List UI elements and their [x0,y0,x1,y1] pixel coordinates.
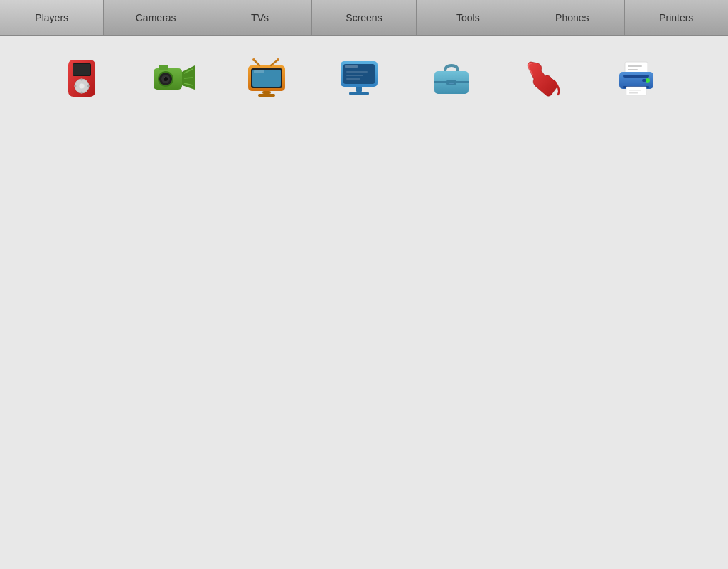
icons-area [0,36,728,121]
camera-icon [153,57,196,100]
nav-item-tvs[interactable]: TVs [208,0,312,35]
svg-point-4 [79,83,85,89]
svg-point-6 [81,92,83,94]
svg-rect-51 [629,90,641,91]
printer-icon [615,57,658,100]
svg-point-7 [75,85,77,87]
svg-rect-23 [254,70,264,73]
nav-item-phones[interactable]: Phones [520,0,624,35]
player-icon-item[interactable] [36,50,128,107]
svg-rect-42 [625,62,648,73]
svg-point-8 [87,85,90,87]
svg-rect-28 [262,91,271,94]
tools-icon-item[interactable] [405,50,498,107]
svg-rect-52 [629,92,638,94]
content-area [0,121,728,569]
svg-point-25 [252,58,255,61]
screen-icon [338,57,380,100]
player-icon [60,57,103,100]
svg-rect-34 [346,75,363,76]
svg-point-27 [277,58,279,61]
svg-rect-50 [626,87,646,95]
nav-label-tvs: TVs [251,12,269,23]
phone-icon [523,57,565,100]
svg-rect-37 [349,92,369,95]
camera-icon-item[interactable] [128,50,220,107]
nav-item-players[interactable]: Players [0,0,104,35]
svg-rect-46 [623,75,649,78]
printer-icon-item[interactable] [590,50,682,107]
nav-label-printers: Printers [659,12,693,23]
svg-rect-41 [434,81,469,83]
screen-icon-item[interactable] [313,50,405,107]
nav-label-players: Players [35,12,68,23]
phone-icon-item[interactable] [498,50,590,107]
nav-item-screens[interactable]: Screens [312,0,416,35]
svg-rect-29 [258,94,275,97]
tools-icon [430,57,473,100]
nav-item-tools[interactable]: Tools [417,0,520,35]
svg-line-18 [184,78,193,78]
nav-item-cameras[interactable]: Cameras [104,0,208,35]
nav-item-printers[interactable]: Printers [625,0,728,35]
nav-label-phones: Phones [555,12,589,23]
svg-point-5 [81,79,83,81]
tv-icon-item[interactable] [220,50,313,107]
svg-rect-48 [642,79,646,82]
nav-label-cameras: Cameras [136,12,176,23]
nav-label-tools: Tools [456,12,480,23]
svg-point-14 [164,77,165,78]
svg-rect-15 [159,65,168,70]
svg-rect-44 [628,69,638,70]
svg-rect-2 [73,64,90,75]
svg-rect-36 [356,87,362,92]
nav-label-screens: Screens [346,12,382,23]
nav-bar: Players Cameras TVs Screens Tools Phones… [0,0,728,36]
svg-rect-35 [346,78,360,80]
svg-rect-43 [628,65,642,67]
svg-rect-32 [345,65,358,68]
tv-icon [245,57,288,100]
svg-rect-33 [346,71,368,73]
